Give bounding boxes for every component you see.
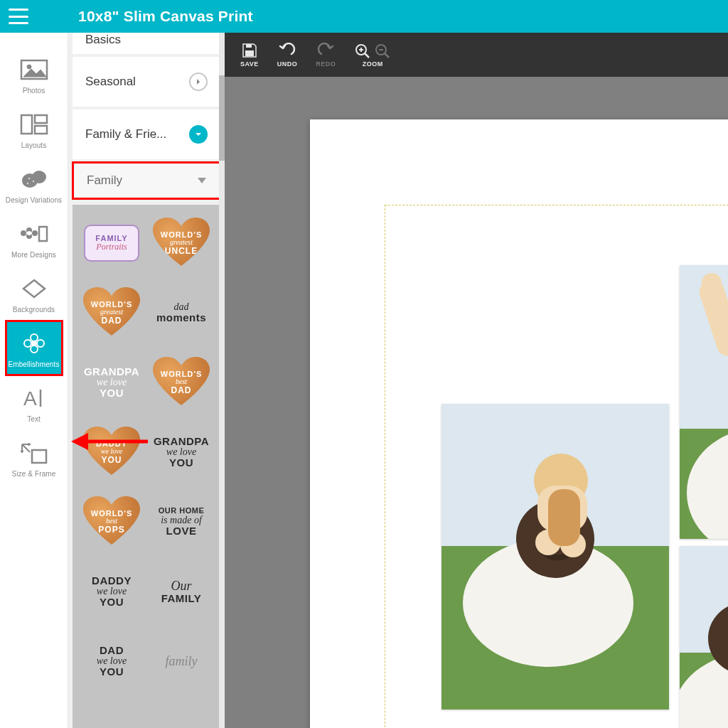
svg-point-46 xyxy=(702,273,722,293)
photo-placeholder[interactable] xyxy=(441,404,669,710)
canvas-stage[interactable] xyxy=(225,77,728,728)
category-label: Basics xyxy=(85,33,121,47)
tool-label: Size & Frame xyxy=(12,470,56,478)
svg-text:A: A xyxy=(23,387,37,410)
tool-label: Backgrounds xyxy=(13,306,55,314)
category-basics[interactable]: Basics xyxy=(73,33,220,54)
scrollbar[interactable] xyxy=(219,33,225,728)
sticker-item[interactable]: dadmoments xyxy=(149,284,213,341)
tool-variations[interactable]: Design Variations xyxy=(6,156,63,211)
svg-rect-24 xyxy=(246,44,252,48)
tool-backgrounds[interactable]: Backgrounds xyxy=(6,266,63,321)
category-label: Seasonal xyxy=(85,75,136,89)
tool-embellishments[interactable]: Embellishments xyxy=(6,321,63,375)
category-label: Family & Frie... xyxy=(85,127,166,141)
svg-rect-25 xyxy=(245,50,254,56)
subcategory-label: Family xyxy=(87,173,122,188)
svg-point-13 xyxy=(21,230,26,236)
redo-button[interactable]: REDO xyxy=(316,43,336,68)
category-panel: Basics Seasonal Family & Frie... Family … xyxy=(68,33,225,728)
page-title: 10x8" Slim Canvas Print xyxy=(78,8,253,25)
zoom-button[interactable]: ZOOM xyxy=(354,43,391,68)
svg-line-31 xyxy=(385,53,389,58)
undo-button[interactable]: UNDO xyxy=(277,43,298,68)
dropdown-icon xyxy=(198,178,206,183)
svg-rect-23 xyxy=(32,450,46,463)
svg-point-8 xyxy=(32,181,34,183)
sticker-grid: FAMILYPortraits WORLD'SgreatestUNCLE WOR… xyxy=(73,205,220,728)
tool-label: Text xyxy=(27,415,41,423)
sticker-item[interactable]: OurFAMILY xyxy=(149,563,213,620)
svg-rect-41 xyxy=(548,489,580,546)
photo-placeholder[interactable] xyxy=(680,546,728,728)
tool-more-designs[interactable]: More Designs xyxy=(6,211,63,266)
sticker-item[interactable]: DADwe loveYOU xyxy=(80,633,144,690)
category-seasonal[interactable]: Seasonal xyxy=(73,57,220,107)
tool-label: Design Variations xyxy=(6,196,62,204)
tool-layouts[interactable]: Layouts xyxy=(6,102,63,156)
photo-placeholder[interactable] xyxy=(680,265,728,539)
svg-point-1 xyxy=(27,65,31,69)
svg-point-9 xyxy=(26,183,28,185)
svg-rect-4 xyxy=(35,126,47,134)
svg-point-14 xyxy=(27,231,31,235)
save-button[interactable]: SAVE xyxy=(240,43,259,68)
svg-rect-15 xyxy=(39,227,47,241)
action-bar: SAVE UNDO REDO ZOOM xyxy=(225,33,728,77)
svg-line-27 xyxy=(365,53,369,58)
svg-rect-3 xyxy=(35,115,47,123)
chevron-right-icon xyxy=(189,73,208,91)
svg-rect-2 xyxy=(21,115,32,134)
sticker-item[interactable]: WORLD'SgreatestUNCLE xyxy=(149,215,213,272)
sticker-item[interactable]: DADDYwe loveYOU xyxy=(80,563,144,620)
menu-icon[interactable] xyxy=(9,9,28,24)
tool-label: More Designs xyxy=(11,251,56,259)
svg-point-20 xyxy=(32,341,36,346)
svg-point-19 xyxy=(37,340,44,347)
tool-label: Photos xyxy=(23,87,46,95)
annotation-arrow xyxy=(71,431,149,455)
svg-point-7 xyxy=(28,178,30,180)
chevron-down-icon xyxy=(189,125,208,144)
sticker-item[interactable]: FAMILYPortraits xyxy=(80,215,144,272)
tool-photos[interactable]: Photos xyxy=(6,47,63,102)
sticker-item[interactable]: GRANDPAwe loveYOU xyxy=(149,424,213,481)
tool-rail: Photos Layouts Design Variations More De… xyxy=(0,33,68,728)
sticker-item[interactable]: OUR HOMEis made ofLOVE xyxy=(149,493,213,550)
svg-point-18 xyxy=(24,340,31,347)
tool-label: Layouts xyxy=(21,141,47,149)
tool-label: Embellishments xyxy=(9,360,60,368)
svg-point-12 xyxy=(32,230,38,236)
subcategory-family[interactable]: Family xyxy=(73,162,220,199)
sticker-item[interactable]: WORLD'SbestDAD xyxy=(149,354,213,411)
workspace: Photos Layouts Design Variations More De… xyxy=(0,33,728,728)
tool-size-frame[interactable]: Size & Frame xyxy=(6,430,63,485)
svg-point-17 xyxy=(31,346,38,353)
sticker-item[interactable]: family xyxy=(149,633,213,690)
sticker-item[interactable]: WORLD'SbestPOPS xyxy=(80,493,144,550)
svg-point-16 xyxy=(31,334,38,341)
header-bar: 10x8" Slim Canvas Print xyxy=(0,0,728,33)
tool-text[interactable]: A Text xyxy=(6,375,63,430)
sticker-item[interactable]: WORLD'SgreatestDAD xyxy=(80,284,144,341)
canvas-area: SAVE UNDO REDO ZOOM xyxy=(225,33,728,728)
sticker-item[interactable]: GRANDPAwe loveYOU xyxy=(80,354,144,411)
category-family-friends[interactable]: Family & Frie... xyxy=(73,109,220,159)
